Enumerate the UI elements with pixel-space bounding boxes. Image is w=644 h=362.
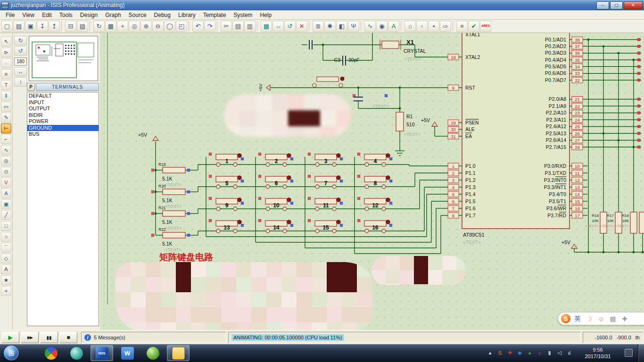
menu-library[interactable]: Library xyxy=(174,11,199,19)
generator-tool[interactable]: ⊙ xyxy=(1,167,11,177)
stop-button[interactable]: ■ xyxy=(59,332,77,343)
terminal-item-bidir[interactable]: BIDIR xyxy=(27,112,99,119)
toolbar-zoom-all[interactable]: ◯ xyxy=(164,21,175,32)
terminal-item-power[interactable]: POWER xyxy=(27,118,99,125)
antivirus-tray-icon[interactable]: ● xyxy=(526,349,534,357)
resistor-r22[interactable]: R225.1K<TEXT> xyxy=(158,227,185,252)
sogou-tray-icon[interactable]: S xyxy=(496,349,504,357)
toolbar-refresh-display[interactable]: ↻ xyxy=(93,21,105,32)
inter-sheet-terminal-tool[interactable]: ⊢ xyxy=(1,123,11,133)
buses-tool[interactable]: ‖ xyxy=(1,91,11,101)
junction-dot-tool[interactable]: ∙ xyxy=(1,58,11,68)
media-pinwheel-icon-slot[interactable] xyxy=(40,345,62,361)
mirror-horizontal-button[interactable]: ↔ xyxy=(14,67,27,76)
rotate-ccw-button[interactable]: ↺ xyxy=(14,46,27,56)
toolbar-property-assignment[interactable]: A xyxy=(388,21,399,32)
toolbar-make-device[interactable]: ✱ xyxy=(324,21,336,32)
toolbar-block-copy[interactable]: ▩ xyxy=(261,21,272,32)
toolbar-block-move[interactable]: ↔ xyxy=(272,21,284,32)
toolbar-wire-autorouter[interactable]: ∿ xyxy=(364,21,376,32)
toolbar-netlist-to-ares[interactable]: ARES xyxy=(480,21,491,32)
volume-tray-icon[interactable]: ◁ xyxy=(555,349,563,357)
toolbar-cut[interactable]: ✂ xyxy=(221,21,232,32)
maximize-button[interactable]: ▢ xyxy=(610,1,623,9)
360-browser-icon-slot[interactable] xyxy=(141,345,164,361)
emoji-icon[interactable]: ☺ xyxy=(597,314,605,323)
menu-source[interactable]: Source xyxy=(125,11,150,19)
close-button[interactable]: ✕ xyxy=(624,1,643,9)
toolbar-new-sheet[interactable]: ▫ xyxy=(416,21,428,32)
toolbar-export-section[interactable]: ↥ xyxy=(49,21,60,32)
box-tool[interactable]: □ xyxy=(1,221,11,231)
play-button[interactable]: ▶ xyxy=(1,332,19,343)
taskbar-clock[interactable]: 9:56 2017/10/31 xyxy=(576,346,619,360)
virtual-instruments-tool[interactable]: ▣ xyxy=(1,199,11,209)
menu-system[interactable]: System xyxy=(230,11,256,19)
toolbox-icon[interactable]: ✚ xyxy=(620,314,629,323)
mirror-vertical-button[interactable]: ↕ xyxy=(14,77,27,87)
explorer-folder-icon-slot[interactable] xyxy=(167,345,190,361)
toolbar-bill-of-materials[interactable]: ≡ xyxy=(456,21,468,32)
voltage-probe-tool[interactable]: V xyxy=(1,178,11,188)
toolbar-search-and-tag[interactable]: ◉ xyxy=(376,21,388,32)
tape-recorder-tool[interactable]: ◎ xyxy=(1,156,11,166)
toolbar-packaging-tool[interactable]: ◧ xyxy=(336,21,347,32)
toolbar-block-delete[interactable]: ✕ xyxy=(296,21,307,32)
menu-file[interactable]: File xyxy=(2,11,18,19)
menu-design[interactable]: Design xyxy=(76,11,101,19)
subcircuit-tool[interactable]: ▭ xyxy=(1,102,11,112)
toolbar-paste[interactable]: ▥ xyxy=(244,21,256,32)
current-probe-tool[interactable]: A xyxy=(1,189,11,198)
keyboard-icon[interactable]: ▤ xyxy=(609,314,617,323)
night-mode-icon[interactable]: ☽ xyxy=(585,314,594,323)
toolbar-zoom-out[interactable]: ⊖ xyxy=(152,21,164,32)
sogou-logo-icon[interactable]: S xyxy=(561,314,570,323)
text-script-tool[interactable]: T xyxy=(1,80,11,90)
toolbar-center-at-cursor[interactable]: ◎ xyxy=(129,21,140,32)
tray-expand-icon[interactable]: ▴ xyxy=(486,349,494,357)
resistor-partial[interactable] xyxy=(639,212,644,233)
terminal-item-input[interactable]: INPUT xyxy=(27,99,99,106)
toolbar-mark-output-area[interactable]: ▧ xyxy=(77,21,88,32)
crystal-circuit[interactable]: X1CRYSTAL<TEXT>C330pF xyxy=(309,39,426,66)
resistor-r18[interactable]: R1810K<TEXT> xyxy=(585,212,607,233)
toolbar-import-section[interactable]: ↧ xyxy=(37,21,48,32)
component-tool[interactable]: ⊳ xyxy=(1,48,11,58)
toolbar-block-rotate[interactable]: ↺ xyxy=(284,21,296,32)
device-pins-tool[interactable]: ⌐ xyxy=(1,134,11,144)
step-button[interactable]: ▶▶ xyxy=(21,332,39,343)
text-2d-tool[interactable]: A xyxy=(1,264,11,274)
toolbar-design-explorer[interactable]: ⌂ xyxy=(405,21,416,32)
usb-tray-icon[interactable]: ▮ xyxy=(545,349,553,357)
title-bar[interactable]: ISIS juzhenjianpan - ISIS Professional (… xyxy=(0,0,644,10)
menu-view[interactable]: View xyxy=(18,11,38,19)
music-tray-icon[interactable]: ♪ xyxy=(536,349,544,357)
toolbar-redo[interactable]: ↷ xyxy=(204,21,215,32)
fetion-icon-slot[interactable] xyxy=(65,345,88,361)
toolbar-toggle-grid[interactable]: ▦ xyxy=(105,21,116,32)
menu-tools[interactable]: Tools xyxy=(56,11,76,19)
isis-taskbar-icon-slot[interactable]: ISIS xyxy=(91,345,113,361)
wire-label-tool[interactable]: ≡ xyxy=(1,69,11,79)
menu-graph[interactable]: Graph xyxy=(101,11,124,19)
toolbar-remove-sheet[interactable]: ▪ xyxy=(428,21,439,32)
toolbar-false-origin[interactable]: + xyxy=(117,21,128,32)
rotate-cw-button[interactable]: ↻ xyxy=(14,36,27,45)
pick-device-button[interactable]: P xyxy=(27,83,35,91)
graph-tool[interactable]: ∿ xyxy=(1,145,11,155)
pause-button[interactable]: ▮▮ xyxy=(40,332,58,343)
toolbar-undo[interactable]: ↶ xyxy=(192,21,204,32)
toolbar-print[interactable]: ⊟ xyxy=(65,21,76,32)
overview-window[interactable] xyxy=(29,36,98,81)
toolbar-zoom-in[interactable]: ⊕ xyxy=(140,21,152,32)
toolbar-electrical-rule-check[interactable]: ✔ xyxy=(468,21,479,32)
show-desktop-button[interactable] xyxy=(638,344,644,362)
menu-help[interactable]: Help xyxy=(256,11,275,19)
circle-tool[interactable]: ○ xyxy=(1,232,11,242)
closed-path-tool[interactable]: ◇ xyxy=(1,254,11,263)
terminal-item-bus[interactable]: BUS xyxy=(27,131,99,138)
toolbar-goto-sheet[interactable]: ⇨ xyxy=(440,21,451,32)
toolbar-save-design[interactable]: ▣ xyxy=(25,21,36,32)
terminal-item-output[interactable]: OUTPUT xyxy=(27,106,99,112)
qq-tray-icon[interactable]: ◆ xyxy=(516,349,524,357)
